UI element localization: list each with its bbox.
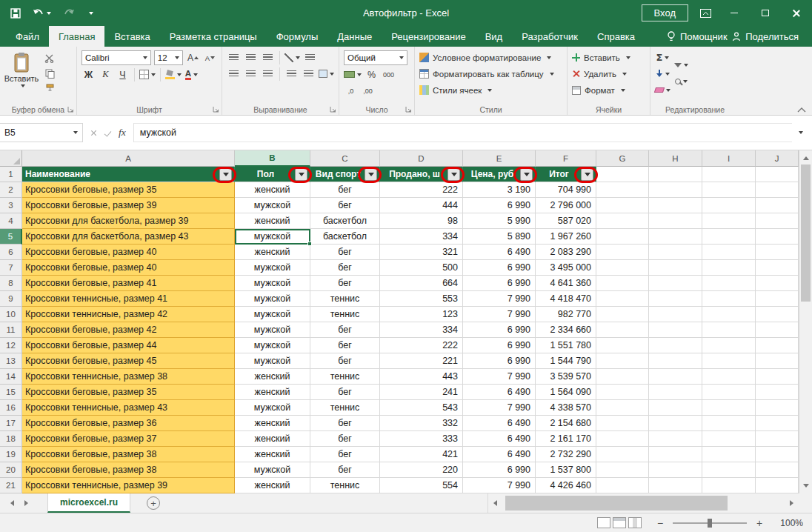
table-header-cell[interactable]: Наименование [22,167,235,182]
cell[interactable]: бег [310,338,380,353]
cell[interactable] [596,385,649,400]
cell[interactable]: Кроссовки беговые, размер 36 [22,416,235,431]
cell[interactable]: 222 [380,338,463,353]
formula-input[interactable]: мужской [134,123,792,142]
row-header-2[interactable]: 2 [0,182,22,198]
cell[interactable] [649,198,702,213]
column-header-I[interactable]: I [702,150,756,167]
cell[interactable]: Кроссовки беговые, размер 38 [22,462,235,478]
cell[interactable]: 6 490 [463,245,536,260]
number-dialog-launcher-icon[interactable] [405,106,412,113]
cell[interactable]: женский [235,213,310,229]
cell[interactable]: 1 564 090 [536,385,596,400]
cell[interactable]: Кроссовки теннисные, размер 42 [22,307,235,322]
save-icon[interactable] [10,8,21,19]
cell[interactable] [702,338,756,353]
cell[interactable]: 7 990 [463,307,536,322]
cell[interactable] [702,369,756,385]
font-color-button[interactable]: А [184,67,199,82]
row-header-3[interactable]: 3 [0,198,22,213]
cell[interactable]: бег [310,447,380,462]
row-header-12[interactable]: 12 [0,338,22,353]
cell[interactable] [649,385,702,400]
cell[interactable]: Кроссовки для баскетбола, размер 39 [22,213,235,229]
new-sheet-button[interactable]: + [147,496,160,510]
fill-handle[interactable] [307,242,312,246]
cell[interactable] [649,167,702,182]
sign-in-button[interactable]: Вход [642,4,688,21]
cell[interactable] [596,213,649,229]
column-header-G[interactable]: G [596,150,649,167]
cell[interactable]: женский [235,245,310,260]
percent-style-icon[interactable]: % [365,67,379,82]
cell[interactable]: 704 990 [536,182,596,198]
column-header-B[interactable]: B [235,150,310,167]
horizontal-scrollbar-thumb[interactable] [505,496,728,511]
cell[interactable]: 4 641 360 [536,276,596,291]
cell[interactable]: теннис [310,478,380,493]
cell[interactable] [649,353,702,369]
sort-filter-button[interactable] [674,58,688,72]
font-dialog-launcher-icon[interactable] [213,106,219,113]
filter-dropdown-button[interactable] [447,168,460,181]
fill-color-button[interactable] [165,67,182,82]
delete-cells-button[interactable]: Удалить [572,67,645,81]
bold-button[interactable]: Ж [81,67,96,82]
cell[interactable]: 321 [380,245,463,260]
horizontal-scrollbar[interactable] [487,493,799,513]
row-header-10[interactable]: 10 [0,307,22,322]
row-header-11[interactable]: 11 [0,322,22,338]
select-all-button[interactable] [0,150,22,167]
cell[interactable] [756,167,799,182]
cell[interactable]: 587 020 [536,213,596,229]
zoom-slider-thumb[interactable] [708,519,712,528]
customize-qat-icon[interactable] [87,12,93,15]
cell[interactable]: Кроссовки беговые, размер 44 [22,338,235,353]
cell[interactable]: Кроссовки теннисные, размер 41 [22,291,235,307]
cell[interactable]: бег [310,322,380,338]
fill-button[interactable] [655,67,670,81]
next-sheet-icon[interactable] [24,500,28,506]
cell[interactable] [756,338,799,353]
cell[interactable] [649,462,702,478]
cell[interactable] [596,431,649,447]
conditional-formatting-button[interactable]: Условное форматирование [419,50,562,64]
cell-styles-button[interactable]: Стили ячеек [419,83,562,97]
align-middle-icon[interactable] [244,50,258,64]
cell[interactable] [756,369,799,385]
cell[interactable]: 2 083 290 [536,245,596,260]
cell[interactable]: 6 490 [463,431,536,447]
cell[interactable] [756,276,799,291]
cell[interactable]: мужской [235,322,310,338]
cell[interactable]: 332 [380,416,463,431]
insert-function-icon[interactable]: fx [119,127,126,139]
cell[interactable]: теннис [310,291,380,307]
cell[interactable]: теннис [310,369,380,385]
cell[interactable]: 6 990 [463,276,536,291]
cell[interactable]: мужской [235,276,310,291]
row-header-18[interactable]: 18 [0,431,22,447]
cell[interactable]: Кроссовки беговые, размер 35 [22,385,235,400]
filter-dropdown-button[interactable] [295,168,307,181]
column-header-J[interactable]: J [756,150,799,167]
find-select-button[interactable] [674,74,688,88]
cell[interactable]: 2 161 170 [536,431,596,447]
filter-dropdown-button[interactable] [520,168,533,181]
cell[interactable]: Кроссовки беговые, размер 40 [22,260,235,276]
cell[interactable] [702,462,756,478]
cancel-icon[interactable] [90,130,97,136]
enter-icon[interactable] [104,129,112,136]
align-left-icon[interactable] [227,67,241,81]
cell[interactable]: мужской [235,462,310,478]
ribbon-display-options-icon[interactable] [700,9,711,18]
cell[interactable]: 1 537 800 [536,462,596,478]
row-header-13[interactable]: 13 [0,353,22,369]
cell[interactable]: мужской [235,291,310,307]
cell[interactable] [702,322,756,338]
underline-button[interactable]: Ч [116,67,130,82]
cell[interactable]: 6 990 [463,260,536,276]
tab-Формулы[interactable]: Формулы [267,26,328,47]
align-bottom-icon[interactable] [261,50,275,64]
cell[interactable] [702,478,756,493]
cell[interactable] [702,416,756,431]
